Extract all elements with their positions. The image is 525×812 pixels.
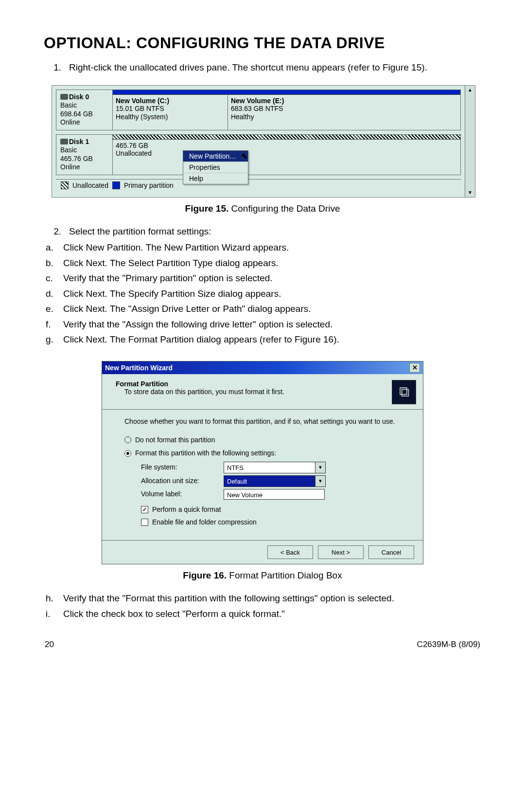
step-1: 1.Right-click the unallocated drives pan…: [44, 61, 481, 74]
checkbox-compression[interactable]: Enable file and folder compression: [141, 517, 408, 528]
substep: g.Click Next. The Format Partition dialo…: [44, 333, 481, 346]
figure-15-disk-management: Disk 0 Basic 698.64 GB Online New Volume…: [52, 85, 475, 198]
chevron-down-icon: ▼: [315, 476, 325, 487]
disk-icon: [60, 94, 68, 100]
scroll-down-icon[interactable]: ▼: [468, 188, 472, 197]
unallocated-bar: [113, 135, 460, 140]
substep: b.Click Next. The Select Partition Type …: [44, 256, 481, 270]
figure-16-caption: Figure 16. Format Partition Dialog Box: [44, 570, 481, 581]
substep: f.Verify that the "Assign the following …: [44, 318, 481, 331]
wizard-header: Format Partition To store data on this p…: [116, 380, 392, 404]
checkbox-icon: [141, 519, 148, 526]
volume-c[interactable]: New Volume (C:) 15.01 GB NTFS Healthy (S…: [113, 95, 228, 130]
file-system-select[interactable]: NTFS▼: [224, 462, 326, 473]
legend: Unallocated Primary partition: [56, 179, 461, 193]
partition-icon: ⧉: [392, 380, 416, 404]
chevron-down-icon: ▼: [315, 462, 325, 473]
allocation-unit-label: Allocation unit size:: [141, 476, 224, 487]
page-heading: Optional: Configuring the Data Drive: [44, 34, 481, 52]
disk-1-row: Disk 1 Basic 465.76 GB Online 465.76 GB …: [56, 134, 461, 175]
volume-e[interactable]: New Volume (E:) 683.63 GB NTFS Healthy: [228, 95, 460, 130]
back-button[interactable]: < Back: [267, 545, 313, 559]
close-button[interactable]: ✕: [409, 363, 420, 373]
substep: h.Verify that the "Format this partition…: [44, 592, 481, 605]
figure-16-wizard: New Partition Wizard ✕ Format Partition …: [102, 361, 423, 564]
close-icon: ✕: [412, 364, 418, 371]
disk-icon: [60, 139, 68, 144]
radio-format-with-settings[interactable]: Format this partition with the following…: [124, 448, 408, 459]
primary-partition-bar: [113, 90, 460, 95]
substep: i.Click the check box to select "Perform…: [44, 607, 481, 621]
wizard-title-bar: New Partition Wizard ✕: [102, 361, 423, 374]
radio-do-not-format[interactable]: Do not format this partition: [124, 435, 408, 446]
allocation-unit-select[interactable]: Default▼: [224, 475, 326, 487]
substep: a.Click New Partition. The New Partition…: [44, 241, 481, 254]
radio-icon: [124, 436, 131, 443]
substep: d.Click Next. The Specify Partition Size…: [44, 287, 481, 301]
wizard-intro: Choose whether you want to format this p…: [124, 416, 408, 427]
legend-primary-swatch: [112, 181, 120, 189]
cancel-button[interactable]: Cancel: [368, 545, 414, 559]
substep: e.Click Next. The "Assign Drive Letter o…: [44, 302, 481, 316]
scrollbar[interactable]: ▲ ▼: [465, 86, 475, 197]
menu-new-partition[interactable]: New Partition…: [183, 151, 248, 162]
unallocated-region[interactable]: 465.76 GB Unallocated: [113, 140, 460, 175]
radio-icon: [124, 450, 131, 457]
context-menu: New Partition… Properties Help: [183, 150, 248, 184]
substep: c.Verify that the "Primary partition" op…: [44, 271, 481, 285]
legend-unallocated-swatch: [61, 181, 69, 189]
next-button[interactable]: Next >: [318, 545, 364, 559]
volume-label-input[interactable]: New Volume: [224, 489, 325, 500]
menu-properties[interactable]: Properties: [183, 162, 248, 173]
scroll-up-icon[interactable]: ▲: [468, 86, 472, 94]
page-number: 20: [45, 640, 54, 650]
doc-id: C2639M-B (8/09): [417, 640, 480, 650]
file-system-label: File system:: [141, 462, 224, 473]
checkbox-icon: [141, 506, 148, 513]
menu-help[interactable]: Help: [183, 173, 248, 184]
figure-15-caption: Figure 15. Configuring the Data Drive: [44, 203, 481, 214]
disk-0-row: Disk 0 Basic 698.64 GB Online New Volume…: [56, 90, 461, 130]
step-2: 2.Select the partition format settings:: [44, 225, 481, 238]
volume-label-label: Volume label:: [141, 489, 224, 500]
checkbox-quick-format[interactable]: Perform a quick format: [141, 505, 408, 515]
